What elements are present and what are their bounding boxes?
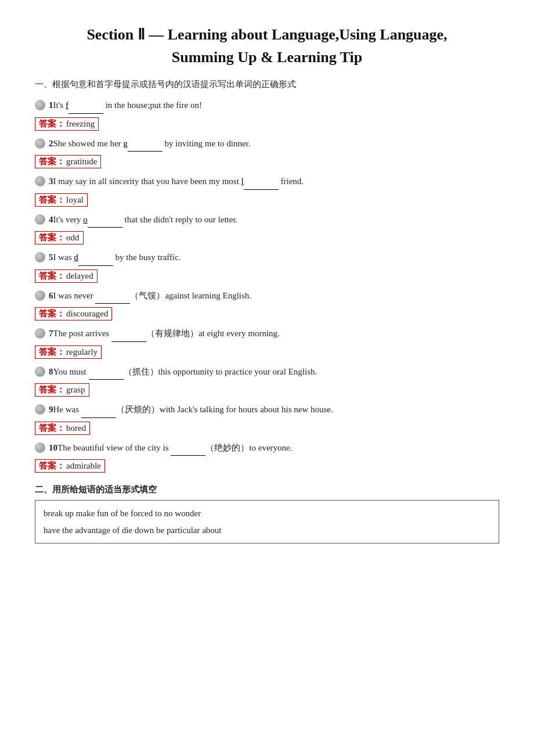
question-6-text: 6I was never （气馁）against learning Englis… [49,289,251,304]
section1-header: 一、根据句意和首字母提示或括号内的汉语提示写出单词的正确形式 [35,79,499,90]
question-6: 6I was never （气馁）against learning Englis… [35,289,499,304]
answer-8: 答案：grasp [35,382,499,402]
question-3: 3I may say in all sincerity that you hav… [35,174,499,190]
question-5-text: 5I was d by the busy traffic. [49,250,181,266]
bullet-icon-1 [35,100,45,110]
question-8: 8You must （抓住）this opportunity to practi… [35,365,499,380]
phrases-line2: have the advantage of die down be partic… [44,522,490,539]
bullet-icon-10 [35,442,45,453]
question-1-text: 1It's f in the house;put the fire on! [49,98,202,114]
answer-6: 答案：discouraged [35,306,499,326]
question-9-text: 9He was （厌烦的）with Jack's talking for hou… [49,402,333,418]
bullet-icon-2 [35,138,45,149]
question-4-text: 4It's very o that she didn't reply to ou… [49,213,237,228]
question-10-text: 10The beautiful view of the city is （绝妙的… [49,441,293,456]
phrases-line1: break up make fun of be forced to no won… [44,505,490,522]
answer-2: 答案：gratitude [35,154,499,174]
question-5: 5I was d by the busy traffic. [35,250,499,266]
question-10: 10The beautiful view of the city is （绝妙的… [35,441,499,456]
question-9: 9He was （厌烦的）with Jack's talking for hou… [35,402,499,418]
answer-9: 答案：bored [35,420,499,441]
bullet-icon-7 [35,328,45,339]
question-4: 4It's very o that she didn't reply to ou… [35,213,499,228]
answer-1: 答案：freezing [35,116,499,136]
question-7: 7The post arrives （有规律地）at eight every m… [35,326,499,342]
answer-5: 答案：delayed [35,268,499,289]
question-8-text: 8You must （抓住）this opportunity to practi… [49,365,317,380]
answer-4: 答案：odd [35,230,499,250]
question-3-text: 3I may say in all sincerity that you hav… [49,174,304,190]
answer-10: 答案：admirable [35,458,499,478]
bullet-icon-4 [35,214,45,225]
bullet-icon-5 [35,252,45,262]
question-2-text: 2She showed me her g by inviting me to d… [49,136,250,152]
page-title: Section Ⅱ — Learning about Language,Usin… [35,23,499,69]
bullet-icon-8 [35,366,45,377]
section2-header: 二、用所给短语的适当形式填空 [35,484,499,495]
question-2: 2She showed me her g by inviting me to d… [35,136,499,152]
answer-7: 答案：regularly [35,344,499,365]
answer-3: 答案：loyal [35,192,499,213]
phrase-box: break up make fun of be forced to no won… [35,500,499,543]
bullet-icon-3 [35,176,45,186]
question-1: 1It's f in the house;put the fire on! [35,98,499,114]
bullet-icon-9 [35,404,45,415]
bullet-icon-6 [35,290,45,301]
question-7-text: 7The post arrives （有规律地）at eight every m… [49,326,280,342]
